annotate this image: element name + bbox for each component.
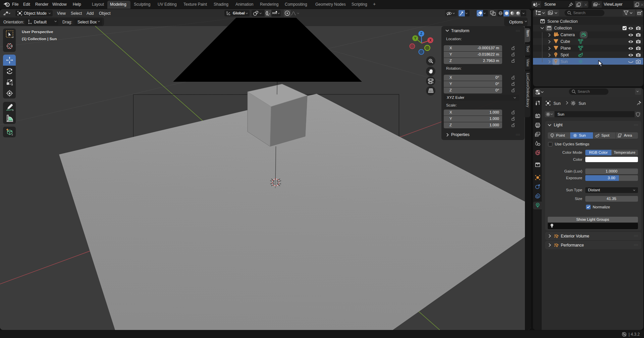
svg-text:Z: Z [420,32,422,36]
svg-text:X: X [429,39,432,42]
svg-text:Y: Y [414,37,417,40]
